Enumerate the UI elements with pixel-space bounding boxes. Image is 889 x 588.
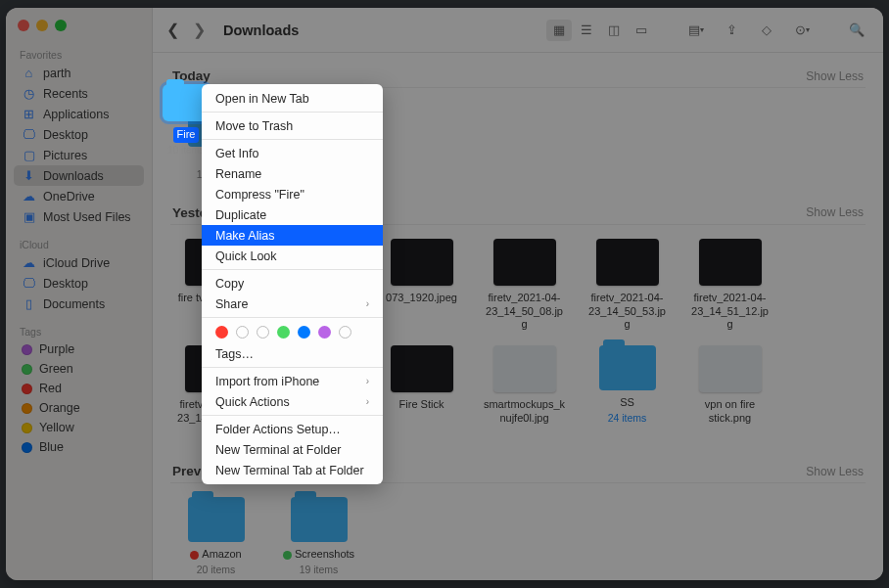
ctx-rename[interactable]: Rename (202, 163, 383, 184)
ctx-tag-color[interactable] (298, 326, 310, 339)
sidebar-item-icloud-drive[interactable]: ☁iCloud Drive (14, 252, 144, 273)
sidebar-item-label: Desktop (43, 277, 88, 291)
ctx-share[interactable]: Share› (202, 294, 383, 314)
sidebar-item-label: Pictures (43, 149, 87, 162)
nav-back-button[interactable]: ❮ (166, 21, 179, 39)
ctx-folder-actions[interactable]: Folder Actions Setup… (202, 419, 383, 439)
file-item[interactable]: firetv_2021-04-23_14_50_53.jpg (585, 239, 669, 332)
ctx-tag-color[interactable] (339, 326, 351, 339)
ctx-duplicate[interactable]: Duplicate (202, 204, 383, 225)
sidebar-item-blue[interactable]: Blue (14, 437, 144, 457)
close-window-button[interactable] (18, 20, 29, 31)
file-item[interactable]: Screenshots19 items (277, 497, 360, 575)
sidebar-item-recents[interactable]: ◷Recents (14, 83, 144, 104)
selected-item-sub: 10 items (167, 145, 205, 156)
ctx-get-info[interactable]: Get Info (202, 143, 383, 163)
view-switcher: ▦ ☰ ◫ ▭ (546, 20, 654, 41)
item-name: Amazon (190, 548, 241, 562)
context-menu: Open in New Tab Move to Trash Get Info R… (202, 84, 383, 484)
sidebar-item-orange[interactable]: Orange (14, 398, 144, 418)
finder-window: Favorites ⌂parth◷Recents⊞Applications🖵De… (6, 8, 883, 580)
file-item[interactable]: 073_1920.jpeg (380, 239, 463, 332)
sidebar-item-most-used-files[interactable]: ▣Most Used Files (14, 206, 144, 227)
tag-dot-icon (22, 442, 32, 453)
sidebar-item-red[interactable]: Red (14, 379, 144, 398)
zoom-window-button[interactable] (55, 20, 67, 31)
sidebar-item-label: Red (39, 382, 62, 395)
file-item[interactable]: Fire Stick (380, 345, 463, 438)
sidebar-item-green[interactable]: Green (14, 359, 144, 379)
file-item[interactable]: firetv_2021-04-23_14_51_12.jpg (688, 239, 772, 332)
sidebar-item-label: Documents (43, 297, 105, 311)
tag-dot-icon (22, 423, 32, 433)
minimize-window-button[interactable] (36, 20, 48, 31)
ctx-tag-color[interactable] (277, 326, 290, 339)
section-yesterday-showless[interactable]: Show Less (806, 205, 864, 219)
more-button[interactable]: ⊙▾ (789, 20, 815, 41)
ctx-new-terminal[interactable]: New Terminal at Folder (202, 439, 383, 460)
sidebar-item-desktop[interactable]: 🖵Desktop (14, 273, 144, 294)
sidebar-item-downloads[interactable]: ⬇Downloads (14, 165, 144, 186)
ctx-new-terminal-tab[interactable]: New Terminal Tab at Folder (202, 460, 383, 480)
sidebar-item-purple[interactable]: Purple (14, 339, 144, 359)
folder-icon: ▣ (22, 209, 36, 224)
item-name: firetv_2021-04-23_14_51_12.jpg (688, 292, 772, 332)
view-icons-button[interactable]: ▦ (546, 20, 572, 41)
tag-dot-icon (22, 384, 32, 394)
sidebar-section-tags: Tags (14, 322, 144, 339)
ctx-move-to-trash[interactable]: Move to Trash (202, 115, 383, 136)
ctx-tag-colors (202, 321, 383, 343)
sidebar-item-label: Orange (39, 401, 80, 415)
thumbnail-icon (391, 239, 453, 286)
ctx-tag-color[interactable] (318, 326, 331, 339)
view-columns-button[interactable]: ◫ (601, 20, 627, 41)
desktop-icon: 🖵 (22, 276, 36, 291)
ctx-make-alias[interactable]: Make Alias (202, 225, 383, 246)
file-item[interactable]: smartmockups_knujfe0l.jpg (483, 345, 566, 438)
view-list-button[interactable]: ☰ (574, 20, 599, 41)
ctx-tag-color[interactable] (257, 326, 269, 339)
item-name: firetv_2021-04-23_14_50_08.jpg (483, 292, 566, 332)
ctx-copy[interactable]: Copy (202, 273, 383, 294)
file-item[interactable]: SS24 items (585, 345, 669, 438)
sidebar-item-label: iCloud Drive (43, 256, 110, 270)
cloud-icon: ☁ (22, 189, 36, 204)
thumbnail-icon (391, 345, 453, 392)
ctx-tag-color[interactable] (236, 326, 249, 339)
section-today-showless[interactable]: Show Less (806, 69, 864, 83)
search-button[interactable]: 🔍 (844, 20, 869, 41)
sidebar-item-label: Green (39, 362, 73, 376)
ctx-import-iphone[interactable]: Import from iPhone› (202, 371, 383, 391)
nav-forward-button[interactable]: ❯ (193, 21, 206, 39)
share-button[interactable]: ⇪ (719, 20, 744, 41)
tag-dot-icon (22, 364, 32, 375)
sidebar-item-label: Applications (43, 108, 109, 121)
selected-item-name[interactable]: Fire (173, 127, 200, 143)
sidebar-item-documents[interactable]: ▯Documents (14, 294, 144, 314)
ctx-quick-look[interactable]: Quick Look (202, 246, 383, 266)
sidebar-item-parth[interactable]: ⌂parth (14, 63, 144, 83)
sidebar-item-label: Most Used Files (43, 210, 131, 224)
sidebar-item-onedrive[interactable]: ☁OneDrive (14, 186, 144, 206)
section-previous-showless[interactable]: Show Less (806, 465, 864, 478)
sidebar-item-desktop[interactable]: 🖵Desktop (14, 124, 144, 145)
ctx-open-new-tab[interactable]: Open in New Tab (202, 88, 383, 109)
ctx-quick-actions[interactable]: Quick Actions› (202, 391, 383, 412)
icloud-icon: ☁ (22, 255, 36, 270)
folder-icon (188, 497, 245, 542)
ctx-tag-color[interactable] (215, 326, 228, 339)
file-item[interactable]: vpn on fire stick.png (688, 345, 772, 438)
sidebar-item-label: OneDrive (43, 190, 95, 204)
group-by-button[interactable]: ▤▾ (683, 20, 709, 41)
file-item[interactable]: firetv_2021-04-23_14_50_08.jpg (483, 239, 566, 332)
sidebar-item-pictures[interactable]: ▢Pictures (14, 145, 144, 165)
sidebar: Favorites ⌂parth◷Recents⊞Applications🖵De… (6, 8, 153, 580)
ctx-tags[interactable]: Tags… (202, 343, 383, 364)
tags-button[interactable]: ◇ (754, 20, 779, 41)
sidebar-item-yellow[interactable]: Yellow (14, 418, 144, 437)
ctx-compress[interactable]: Compress "Fire" (202, 184, 383, 204)
item-sub: 20 items (197, 564, 236, 575)
view-gallery-button[interactable]: ▭ (629, 20, 654, 41)
file-item[interactable]: Amazon20 items (174, 497, 257, 575)
sidebar-item-applications[interactable]: ⊞Applications (14, 104, 144, 124)
